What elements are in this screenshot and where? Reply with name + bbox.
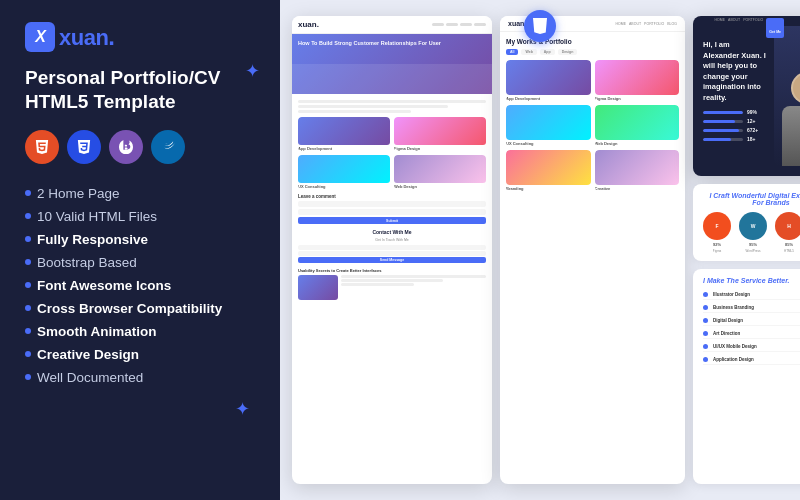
service-item-4: Art Direction › xyxy=(703,328,800,339)
service-label-4: Art Direction xyxy=(713,331,800,336)
logo-text: xuan. xyxy=(59,23,115,51)
nav-dot-3 xyxy=(460,23,472,26)
contact-field-2 xyxy=(298,251,486,256)
left-panel: X xuan. Personal Portfolio/CV HTML5 Temp… xyxy=(0,0,280,500)
stat-fill-1 xyxy=(703,111,743,114)
blog-card-img-4 xyxy=(394,155,486,183)
filter-design[interactable]: Design xyxy=(558,49,578,55)
port-img-4 xyxy=(595,105,680,140)
comment-submit: Submit xyxy=(298,217,486,224)
port-label-2: Figma Design xyxy=(595,96,680,101)
blog-footer: Usability Secrets to Create Better Inter… xyxy=(298,268,486,300)
hero-left-content: Hi, I am Alexander Xuan. I will help you… xyxy=(703,26,766,166)
hero-nav-about: ABOUT xyxy=(728,18,740,38)
hero-nav-links: HOME ABOUT PORTFOLIO Get Me xyxy=(715,18,784,38)
hero-heading: Hi, I am Alexander Xuan. I will help you… xyxy=(703,40,766,103)
badge-jquery xyxy=(151,130,185,164)
mockup-blog-hero: How To Build Strong Customer Relationshi… xyxy=(292,34,492,94)
feature-font-awesome: Font Awesome Icons xyxy=(25,274,255,297)
contact-field-1 xyxy=(298,245,486,250)
port-label-5: Branding xyxy=(506,186,591,191)
portfolio-item-3: UX Consulting xyxy=(506,105,591,146)
port-label-1: App Development xyxy=(506,96,591,101)
craft-title: I Craft Wonderful Digital Experiences Fo… xyxy=(703,192,800,206)
blog-card-4: Web Design xyxy=(394,155,486,189)
skill-label-html: HTML5 xyxy=(784,249,794,253)
sparkle-decoration-1: ✦ xyxy=(235,398,250,420)
portfolio-content: My Works & Portfolio All Web App Design … xyxy=(500,32,685,197)
service-dot-1 xyxy=(703,292,708,297)
blog-card-1: App Development xyxy=(298,117,390,151)
blog-footer-images xyxy=(298,275,486,300)
stat-value-3: 672+ xyxy=(747,127,758,133)
mockup-blog-grid: App Development Figma Design UX Consulti… xyxy=(298,117,486,189)
mockup-blog-logo: xuan. xyxy=(298,20,319,29)
blog-footer-title: Usability Secrets to Create Better Inter… xyxy=(298,268,486,273)
service-dot-5 xyxy=(703,344,708,349)
portfolio-item-5: Branding xyxy=(506,150,591,191)
stat-bar-1 xyxy=(703,111,743,114)
blog-card-img-2 xyxy=(394,117,486,145)
skill-name-wp: 95% xyxy=(749,242,757,247)
service-dot-2 xyxy=(703,305,708,310)
port-label-6: Creative xyxy=(595,186,680,191)
port-img-3 xyxy=(506,105,591,140)
port-img-6 xyxy=(595,150,680,185)
filter-all[interactable]: All xyxy=(506,49,518,55)
service-item-3: Digital Design › xyxy=(703,315,800,326)
stat-value-1: 99% xyxy=(747,109,757,115)
service-title: I Make The Service Better. xyxy=(703,277,800,284)
badge-html5 xyxy=(25,130,59,164)
nav-dot-2 xyxy=(446,23,458,26)
nav-dot-4 xyxy=(474,23,486,26)
contact-mini: Contact With Me Get In Touch With Me Sen… xyxy=(298,229,486,263)
page-title: Personal Portfolio/CV HTML5 Template xyxy=(25,66,255,114)
skill-wp: W 95% WordPress xyxy=(739,212,767,253)
hero-cta-btn[interactable]: Get Me xyxy=(766,18,784,38)
hero-stats: 99% 12+ 672+ xyxy=(703,109,766,142)
skill-name-figma: 92% xyxy=(713,242,721,247)
person-body xyxy=(782,106,801,166)
nav-dot-1 xyxy=(432,23,444,26)
stat-value-4: 18+ xyxy=(747,136,755,142)
portfolio-item-1: App Development xyxy=(506,60,591,101)
skill-circle-figma: F xyxy=(703,212,731,240)
comment-input-2 xyxy=(298,209,486,215)
portfolio-item-4: Web Design xyxy=(595,105,680,146)
skill-circle-html: H xyxy=(775,212,800,240)
stat-row-1: 99% xyxy=(703,109,766,115)
service-section: I Make The Service Better. Illustrator D… xyxy=(693,269,800,484)
blog-card-label-1: App Development xyxy=(298,146,390,151)
feature-animation: Smooth Animation xyxy=(25,320,255,343)
logo-icon: X xyxy=(25,22,55,52)
port-img-2 xyxy=(595,60,680,95)
blog-card-img-3 xyxy=(298,155,390,183)
stat-bar-4 xyxy=(703,138,743,141)
service-item-2: Business Branding › xyxy=(703,302,800,313)
person-head xyxy=(791,72,801,104)
portfolio-item-6: Creative xyxy=(595,150,680,191)
skill-figma: F 92% Figma xyxy=(703,212,731,253)
blog-card-label-2: Figma Design xyxy=(394,146,486,151)
tech-badges xyxy=(25,130,255,164)
content-line-3 xyxy=(298,110,411,113)
blog-img-1 xyxy=(298,275,338,300)
skill-name-html: 85% xyxy=(785,242,793,247)
mockup-blog-header: xuan. xyxy=(292,16,492,34)
portfolio-grid: App Development Figma Design UX Consulti… xyxy=(506,60,679,191)
stat-fill-3 xyxy=(703,129,739,132)
feature-bootstrap: Bootstrap Based xyxy=(25,251,255,274)
filter-app[interactable]: App xyxy=(540,49,555,55)
blog-hero-title: How To Build Strong Customer Relationshi… xyxy=(298,40,486,47)
mockup-portfolio: xuan. HOME ABOUT PORTFOLIO BLOG My Works… xyxy=(500,16,685,484)
content-line-1 xyxy=(298,100,486,103)
hero-person-area: ✦ xyxy=(774,26,800,166)
filter-web[interactable]: Web xyxy=(521,49,536,55)
badge-bootstrap xyxy=(109,130,143,164)
mockup-blog-content: App Development Figma Design UX Consulti… xyxy=(292,94,492,306)
stat-row-3: 672+ xyxy=(703,127,766,133)
portfolio-filter: All Web App Design xyxy=(506,49,679,55)
service-label-6: Application Design xyxy=(713,357,800,362)
service-dot-3 xyxy=(703,318,708,323)
feature-home-page: 2 Home Page xyxy=(25,182,255,205)
